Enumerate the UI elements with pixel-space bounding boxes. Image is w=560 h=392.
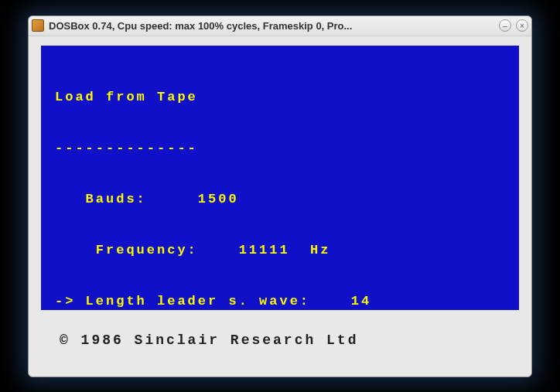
dosbox-window: DOSBox 0.74, Cpu speed: max 100% cycles,… <box>28 15 532 377</box>
app-icon <box>32 19 44 32</box>
menu-item-leader-swave[interactable]: -> Length leader s. wave: 14 <box>55 293 505 310</box>
screen-divider: -------------- <box>55 140 505 157</box>
minimize-button[interactable]: – <box>499 19 511 32</box>
titlebar[interactable]: DOSBox 0.74, Cpu speed: max 100% cycles,… <box>29 16 531 36</box>
copyright-text: © 1986 Sinclair Research Ltd <box>60 332 358 348</box>
close-button[interactable]: × <box>516 19 528 32</box>
emulator-screen: Load from Tape -------------- Bauds: 150… <box>41 46 519 310</box>
menu-item-bauds[interactable]: Bauds: 1500 <box>55 191 505 208</box>
footer: © 1986 Sinclair Research Ltd <box>41 310 519 370</box>
screen-title: Load from Tape <box>55 89 505 106</box>
content-area: Load from Tape -------------- Bauds: 150… <box>29 36 531 377</box>
menu-item-frequency[interactable]: Frequency: 11111 Hz <box>55 242 505 259</box>
window-title: DOSBox 0.74, Cpu speed: max 100% cycles,… <box>49 20 494 32</box>
